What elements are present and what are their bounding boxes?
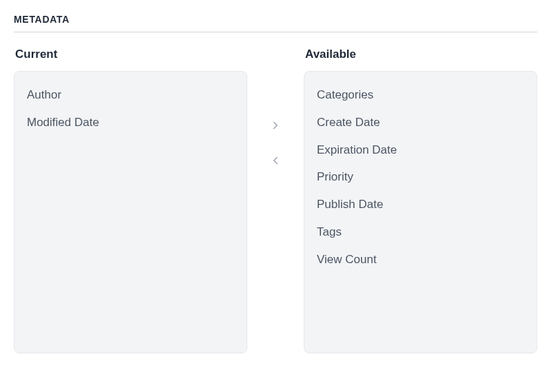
list-item[interactable]: Expiration Date (317, 136, 524, 164)
list-item[interactable]: Author (27, 81, 234, 109)
available-column: Available Categories Create Date Expirat… (304, 48, 537, 353)
available-listbox[interactable]: Categories Create Date Expiration Date P… (304, 71, 537, 353)
chevron-right-icon (269, 119, 282, 134)
transfer-controls (247, 48, 304, 353)
move-right-button[interactable] (267, 116, 284, 136)
list-item[interactable]: Publish Date (317, 191, 524, 218)
chevron-left-icon (269, 154, 282, 169)
list-item[interactable]: Categories (317, 81, 524, 109)
current-label: Current (14, 48, 247, 61)
list-item[interactable]: Tags (317, 218, 524, 246)
list-item[interactable]: View Count (317, 246, 524, 274)
section-title: METADATA (14, 14, 537, 32)
available-label: Available (304, 48, 537, 61)
list-item[interactable]: Create Date (317, 109, 524, 136)
list-item[interactable]: Priority (317, 163, 524, 191)
current-column: Current Author Modified Date (14, 48, 247, 353)
current-listbox[interactable]: Author Modified Date (14, 71, 247, 353)
move-left-button[interactable] (267, 152, 284, 172)
transfer-list: Current Author Modified Date Available C… (14, 48, 537, 353)
list-item[interactable]: Modified Date (27, 109, 234, 136)
